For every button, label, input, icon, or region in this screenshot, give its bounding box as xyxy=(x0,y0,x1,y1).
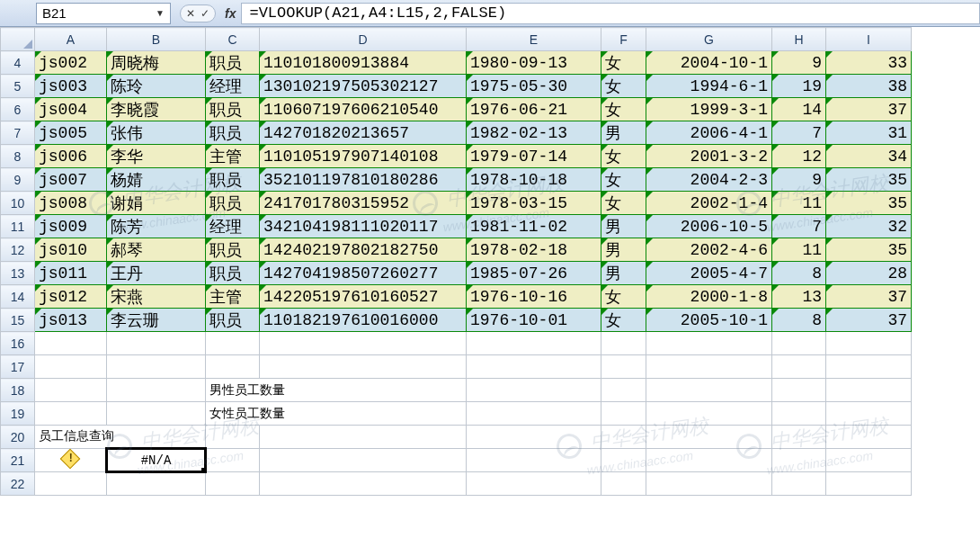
cell-F21[interactable] xyxy=(601,449,646,472)
cell-H12[interactable]: 11 xyxy=(772,238,826,262)
cell-G6[interactable]: 1999-3-1 xyxy=(646,98,772,121)
cell-I9[interactable]: 35 xyxy=(826,168,912,192)
cell-H19[interactable] xyxy=(772,402,826,426)
cell-I5[interactable]: 38 xyxy=(826,75,912,98)
error-warning-icon[interactable] xyxy=(60,449,81,470)
row-header-4[interactable]: 4 xyxy=(1,51,35,75)
cell-E5[interactable]: 1975-05-30 xyxy=(467,75,601,98)
cell-A4[interactable]: js002 xyxy=(35,51,107,75)
row-header-5[interactable]: 5 xyxy=(1,75,35,98)
cell-E17[interactable] xyxy=(467,355,601,379)
cell-D20[interactable] xyxy=(260,426,467,449)
cell-I15[interactable]: 37 xyxy=(826,309,912,332)
cell-A16[interactable] xyxy=(35,332,107,355)
row-header-8[interactable]: 8 xyxy=(1,145,35,168)
accept-icon[interactable]: ✓ xyxy=(200,7,209,20)
cell-B17[interactable] xyxy=(107,355,206,379)
cell-E22[interactable] xyxy=(467,472,601,496)
cell-C9[interactable]: 职员 xyxy=(206,168,260,192)
cell-F13[interactable]: 男 xyxy=(601,262,646,285)
cell-A13[interactable]: js011 xyxy=(35,262,107,285)
cell-G14[interactable]: 2000-1-8 xyxy=(646,285,772,309)
cell-G12[interactable]: 2002-4-6 xyxy=(646,238,772,262)
cell-F11[interactable]: 男 xyxy=(601,215,646,238)
cell-F6[interactable]: 女 xyxy=(601,98,646,121)
cell-D11[interactable]: 342104198111020117 xyxy=(260,215,467,238)
cell-F8[interactable]: 女 xyxy=(601,145,646,168)
cell-I14[interactable]: 37 xyxy=(826,285,912,309)
cell-D14[interactable]: 142205197610160527 xyxy=(260,285,467,309)
cell-I16[interactable] xyxy=(826,332,912,355)
cell-B5[interactable]: 陈玲 xyxy=(107,75,206,98)
cell-G4[interactable]: 2004-10-1 xyxy=(646,51,772,75)
cell-B11[interactable]: 陈芳 xyxy=(107,215,206,238)
cell-E13[interactable]: 1985-07-26 xyxy=(467,262,601,285)
cell-H17[interactable] xyxy=(772,355,826,379)
cell-C11[interactable]: 经理 xyxy=(206,215,260,238)
col-header-F[interactable]: F xyxy=(601,28,646,51)
chevron-down-icon[interactable]: ▼ xyxy=(156,8,165,18)
cell-I4[interactable]: 33 xyxy=(826,51,912,75)
cell-C4[interactable]: 职员 xyxy=(206,51,260,75)
cell-B9[interactable]: 杨婧 xyxy=(107,168,206,192)
col-header-B[interactable]: B xyxy=(107,28,206,51)
cell-F18[interactable] xyxy=(601,379,646,402)
cell-C17[interactable] xyxy=(206,355,260,379)
cell-I11[interactable]: 32 xyxy=(826,215,912,238)
cell-H5[interactable]: 19 xyxy=(772,75,826,98)
cell-A9[interactable]: js007 xyxy=(35,168,107,192)
cell-C10[interactable]: 职员 xyxy=(206,192,260,215)
row-header-20[interactable]: 20 xyxy=(1,426,35,449)
cell-B6[interactable]: 李晓霞 xyxy=(107,98,206,121)
cell-H7[interactable]: 7 xyxy=(772,121,826,145)
cell-H8[interactable]: 12 xyxy=(772,145,826,168)
cell-C13[interactable]: 职员 xyxy=(206,262,260,285)
cell-H16[interactable] xyxy=(772,332,826,355)
cell-F19[interactable] xyxy=(601,402,646,426)
cell-B10[interactable]: 谢娟 xyxy=(107,192,206,215)
cell-E18[interactable] xyxy=(467,379,601,402)
cell-F5[interactable]: 女 xyxy=(601,75,646,98)
cell-A11[interactable]: js009 xyxy=(35,215,107,238)
cell-G16[interactable] xyxy=(646,332,772,355)
cell-I20[interactable] xyxy=(826,426,912,449)
cell-E21[interactable] xyxy=(467,449,601,472)
cell-D16[interactable] xyxy=(260,332,467,355)
cell-H10[interactable]: 11 xyxy=(772,192,826,215)
row-header-14[interactable]: 14 xyxy=(1,285,35,309)
cell-D9[interactable]: 352101197810180286 xyxy=(260,168,467,192)
cell-D21[interactable] xyxy=(260,449,467,472)
row-header-10[interactable]: 10 xyxy=(1,192,35,215)
row-header-11[interactable]: 11 xyxy=(1,215,35,238)
cell-G21[interactable] xyxy=(646,449,772,472)
row-header-6[interactable]: 6 xyxy=(1,98,35,121)
cell-A8[interactable]: js006 xyxy=(35,145,107,168)
cell-F4[interactable]: 女 xyxy=(601,51,646,75)
cell-D5[interactable]: 130102197505302127 xyxy=(260,75,467,98)
cell-I7[interactable]: 31 xyxy=(826,121,912,145)
cell-D17[interactable] xyxy=(260,355,467,379)
row-header-9[interactable]: 9 xyxy=(1,168,35,192)
cell-H4[interactable]: 9 xyxy=(772,51,826,75)
cell-G5[interactable]: 1994-6-1 xyxy=(646,75,772,98)
cell-I18[interactable] xyxy=(826,379,912,402)
cell-H11[interactable]: 7 xyxy=(772,215,826,238)
col-header-A[interactable]: A xyxy=(35,28,107,51)
cell-F22[interactable] xyxy=(601,472,646,496)
col-header-E[interactable]: E xyxy=(467,28,601,51)
cell-D7[interactable]: 142701820213657 xyxy=(260,121,467,145)
row-header-12[interactable]: 12 xyxy=(1,238,35,262)
col-header-G[interactable]: G xyxy=(646,28,772,51)
cell-G19[interactable] xyxy=(646,402,772,426)
cell-C8[interactable]: 主管 xyxy=(206,145,260,168)
cell-C20[interactable] xyxy=(206,426,260,449)
cell-C12[interactable]: 职员 xyxy=(206,238,260,262)
cell-G11[interactable]: 2006-10-5 xyxy=(646,215,772,238)
cell-D8[interactable]: 110105197907140108 xyxy=(260,145,467,168)
cell-D15[interactable]: 110182197610016000 xyxy=(260,309,467,332)
cell-B13[interactable]: 王丹 xyxy=(107,262,206,285)
cell-G10[interactable]: 2002-1-4 xyxy=(646,192,772,215)
cell-G18[interactable] xyxy=(646,379,772,402)
cell-B22[interactable] xyxy=(107,472,206,496)
cell-C22[interactable] xyxy=(206,472,260,496)
